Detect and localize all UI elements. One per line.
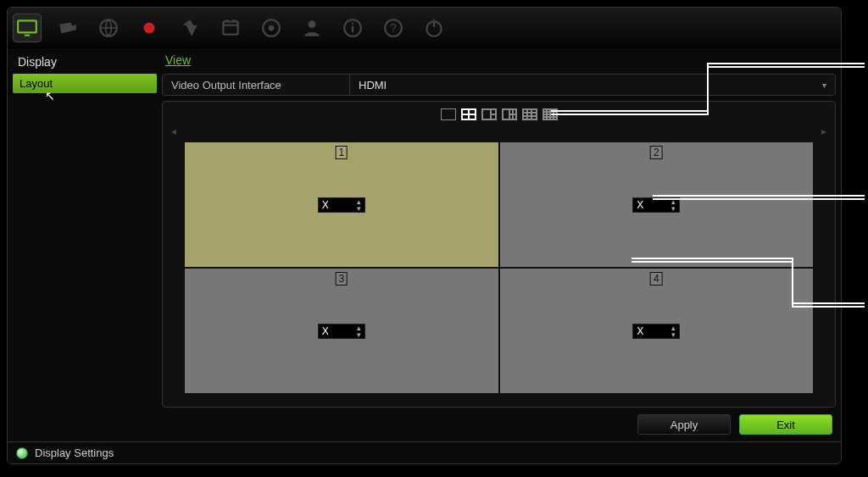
cell-3[interactable]: 3 X ▴▾ — [185, 269, 498, 393]
page-next-icon[interactable]: ▸ — [821, 125, 826, 137]
svg-rect-14 — [433, 19, 435, 27]
layout-icon-row — [168, 107, 830, 125]
spinner-icon: ▴▾ — [357, 198, 361, 212]
globe-icon[interactable] — [94, 14, 123, 42]
cell-number: 4 — [650, 272, 663, 286]
cell-3-channel-select[interactable]: X ▴▾ — [318, 324, 365, 339]
spinner-icon: ▴▾ — [671, 324, 676, 338]
layout-1p3[interactable] — [481, 108, 497, 120]
svg-rect-9 — [352, 25, 353, 32]
chevron-down-icon: ▾ — [822, 80, 826, 90]
help-icon[interactable]: ? — [379, 14, 408, 42]
spinner-icon: ▴▾ — [671, 198, 676, 212]
cell-4-channel-value: X — [637, 325, 643, 337]
layout-1p5[interactable] — [502, 108, 517, 120]
output-interface-select[interactable]: HDMI ▾ — [349, 75, 835, 95]
layout-2x2[interactable] — [461, 108, 476, 120]
cell-4[interactable]: 4 X ▴▾ — [500, 269, 814, 393]
cell-2[interactable]: 2 X ▴▾ — [500, 142, 814, 267]
cell-4-channel-select[interactable]: X ▴▾ — [632, 324, 680, 339]
cell-1[interactable]: 1 X ▴▾ — [185, 142, 498, 267]
spinner-icon: ▴▾ — [357, 324, 361, 338]
sidebar: Display Layout ↖ — [13, 52, 157, 436]
cell-number: 1 — [335, 146, 348, 159]
alarm-icon[interactable] — [175, 14, 204, 42]
status-dot-icon — [16, 447, 28, 459]
status-bar: Display Settings — [8, 441, 841, 463]
output-interface-value: HDMI — [359, 79, 387, 92]
schedule-icon[interactable] — [216, 14, 245, 42]
layout-panel: ◂ ▸ 1 X ▴▾ 2 X ▴▾ — [162, 101, 836, 408]
camera-icon[interactable] — [53, 14, 82, 42]
footer: Apply Exit — [162, 408, 836, 436]
layout-4x4[interactable] — [542, 108, 558, 120]
cell-2-channel-value: X — [637, 199, 643, 211]
svg-rect-1 — [25, 34, 31, 36]
monitor-icon[interactable] — [13, 14, 42, 42]
layout-1x1[interactable] — [441, 108, 456, 120]
cell-2-channel-select[interactable]: X ▴▾ — [632, 197, 680, 213]
main-area: View Video Output Interface HDMI ▾ — [162, 52, 836, 436]
record-icon[interactable] — [135, 14, 164, 42]
output-interface-label: Video Output Interface — [163, 79, 349, 92]
svg-rect-10 — [352, 22, 353, 24]
page-prev-icon[interactable]: ◂ — [171, 125, 176, 137]
cell-1-channel-select[interactable]: X ▴▾ — [318, 197, 365, 213]
cell-number: 3 — [335, 272, 348, 286]
cell-number: 2 — [650, 146, 663, 159]
info-icon[interactable] — [338, 14, 367, 42]
tab-view[interactable]: View — [165, 53, 191, 67]
svg-rect-4 — [223, 21, 237, 34]
sidebar-title: Display — [13, 52, 157, 74]
layout-3x3[interactable] — [522, 108, 537, 120]
cell-3-channel-value: X — [322, 325, 329, 337]
preview-grid: 1 X ▴▾ 2 X ▴▾ 3 — [168, 137, 830, 402]
power-icon[interactable] — [420, 14, 448, 42]
apply-button[interactable]: Apply — [637, 414, 731, 435]
cell-1-channel-value: X — [322, 199, 329, 211]
disk-icon[interactable] — [257, 14, 286, 42]
user-icon[interactable] — [298, 14, 326, 42]
svg-point-7 — [309, 20, 316, 28]
svg-rect-0 — [18, 20, 36, 32]
output-interface-row: Video Output Interface HDMI ▾ — [162, 74, 836, 96]
sidebar-item-layout[interactable]: Layout ↖ — [13, 74, 157, 93]
sidebar-item-label: Layout — [19, 77, 53, 90]
svg-point-3 — [144, 22, 155, 33]
status-text: Display Settings — [35, 446, 114, 459]
exit-button[interactable]: Exit — [739, 414, 832, 435]
svg-text:?: ? — [390, 21, 397, 35]
cursor-icon: ↖ — [45, 89, 55, 103]
top-toolbar: ? — [8, 8, 841, 48]
svg-point-6 — [269, 25, 275, 31]
